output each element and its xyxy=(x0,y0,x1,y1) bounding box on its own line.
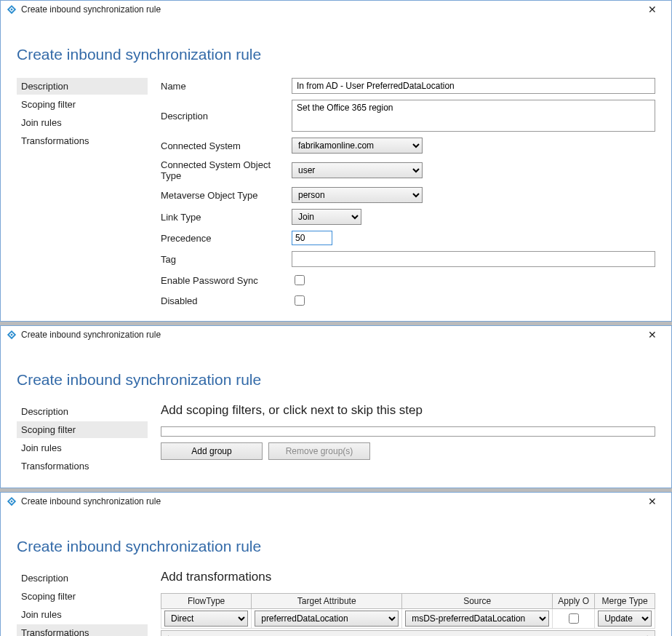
window-transformations: Create inbound synchronization rule ✕ Cr… xyxy=(0,492,672,636)
col-source[interactable]: Source xyxy=(402,594,553,609)
mv-obj-type-select[interactable]: person xyxy=(292,187,423,203)
window-title: Create inbound synchronization rule xyxy=(21,4,639,15)
nav-transformations[interactable]: Transformations xyxy=(17,458,148,474)
title-bar: Create inbound synchronization rule ✕ xyxy=(1,1,671,18)
applyonce-checkbox[interactable] xyxy=(569,613,579,624)
close-icon[interactable]: ✕ xyxy=(639,496,665,507)
disabled-checkbox[interactable] xyxy=(295,295,305,306)
nav-description[interactable]: Description xyxy=(17,403,148,420)
transformations-heading: Add transformations xyxy=(161,570,655,584)
connected-obj-type-label: Connected System Object Type xyxy=(161,159,284,181)
page-heading: Create inbound synchronization rule xyxy=(17,538,655,555)
precedence-field[interactable] xyxy=(292,231,332,245)
nav-transformations[interactable]: Transformations xyxy=(17,132,148,149)
connected-obj-type-select[interactable]: user xyxy=(292,162,423,178)
name-label: Name xyxy=(161,81,284,92)
app-icon xyxy=(7,330,17,340)
tag-label: Tag xyxy=(161,254,284,265)
title-bar: Create inbound synchronization rule ✕ xyxy=(1,326,671,343)
title-bar: Create inbound synchronization rule ✕ xyxy=(1,493,671,510)
window-title: Create inbound synchronization rule xyxy=(21,330,639,340)
nav-description[interactable]: Description xyxy=(17,78,148,95)
col-target[interactable]: Target Attribute xyxy=(252,594,402,609)
link-type-label: Link Type xyxy=(161,212,284,223)
col-flowtype[interactable]: FlowType xyxy=(161,594,252,609)
horizontal-scrollbar[interactable]: ‹ › xyxy=(161,630,655,636)
nav-join-rules[interactable]: Join rules xyxy=(17,440,148,456)
merge-select[interactable]: Update xyxy=(598,611,652,627)
nav-description[interactable]: Description xyxy=(17,570,148,587)
description-field[interactable]: Set the Office 365 region xyxy=(292,100,655,132)
transformations-table: FlowType Target Attribute Source Apply O… xyxy=(161,593,655,629)
enable-pwd-label: Enable Password Sync xyxy=(161,275,284,286)
app-icon xyxy=(7,496,17,506)
window-scoping: Create inbound synchronization rule ✕ Cr… xyxy=(0,325,672,488)
nav-scoping-filter[interactable]: Scoping filter xyxy=(17,96,148,113)
precedence-label: Precedence xyxy=(161,233,284,244)
wizard-nav: Description Scoping filter Join rules Tr… xyxy=(17,78,148,308)
table-row: Direct preferredDataLocation msDS-prefer… xyxy=(161,609,655,629)
wizard-nav: Description Scoping filter Join rules Tr… xyxy=(17,403,148,474)
window-title: Create inbound synchronization rule xyxy=(21,496,639,506)
add-group-button[interactable]: Add group xyxy=(161,442,263,460)
close-icon[interactable]: ✕ xyxy=(639,4,665,15)
app-icon xyxy=(7,4,17,15)
nav-join-rules[interactable]: Join rules xyxy=(17,606,148,623)
connected-system-select[interactable]: fabrikamonline.com xyxy=(292,138,423,154)
connected-system-label: Connected System xyxy=(161,140,284,151)
page-heading: Create inbound synchronization rule xyxy=(17,371,655,389)
close-icon[interactable]: ✕ xyxy=(639,329,665,341)
flowtype-select[interactable]: Direct xyxy=(164,611,248,627)
target-select[interactable]: preferredDataLocation xyxy=(255,611,399,627)
scoping-list[interactable] xyxy=(161,426,655,437)
scroll-right-button[interactable]: › xyxy=(641,633,655,637)
page-heading: Create inbound synchronization rule xyxy=(17,46,655,63)
col-merge[interactable]: Merge Type xyxy=(595,594,655,609)
description-label: Description xyxy=(161,111,284,122)
scroll-left-button[interactable]: ‹ xyxy=(161,633,175,637)
table-header-row: FlowType Target Attribute Source Apply O… xyxy=(161,594,655,609)
disabled-label: Disabled xyxy=(161,295,284,306)
nav-transformations[interactable]: Transformations xyxy=(17,624,148,636)
description-form: Name Description Set the Office 365 regi… xyxy=(161,78,655,308)
nav-scoping-filter[interactable]: Scoping filter xyxy=(17,421,148,438)
enable-pwd-checkbox[interactable] xyxy=(295,275,305,285)
remove-group-button[interactable]: Remove group(s) xyxy=(268,442,370,460)
link-type-select[interactable]: Join xyxy=(292,209,361,225)
mv-obj-type-label: Metaverse Object Type xyxy=(161,190,284,201)
scoping-heading: Add scoping filters, or click next to sk… xyxy=(161,403,655,418)
nav-join-rules[interactable]: Join rules xyxy=(17,114,148,131)
window-description: Create inbound synchronization rule ✕ Cr… xyxy=(0,0,672,322)
tag-field[interactable] xyxy=(292,251,655,267)
wizard-nav: Description Scoping filter Join rules Tr… xyxy=(17,570,148,636)
nav-scoping-filter[interactable]: Scoping filter xyxy=(17,588,148,605)
source-select[interactable]: msDS-preferredDataLocation xyxy=(405,611,549,627)
name-field[interactable] xyxy=(292,78,655,94)
col-applyonce[interactable]: Apply O xyxy=(553,594,595,609)
